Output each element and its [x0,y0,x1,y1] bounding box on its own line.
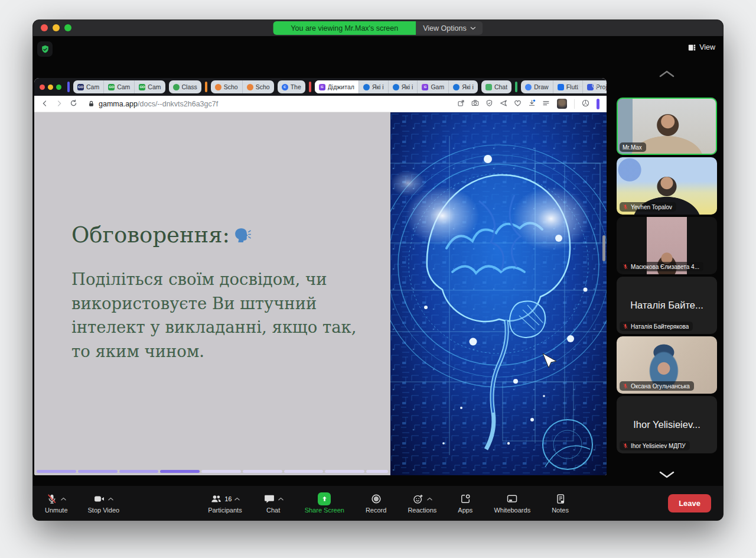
reload-button[interactable] [70,99,77,109]
browser-tab[interactable]: Chat [481,80,511,93]
browser-toolbar: gamma.app/docs/--dnkvts2h6a3gc7f [34,96,607,112]
tab-label: Cam [117,83,130,90]
leave-button[interactable]: Leave [668,494,711,512]
caret-up-icon[interactable] [234,497,240,501]
browser-profile-avatar[interactable] [557,99,567,109]
privacy-shield-icon[interactable] [485,99,493,109]
camera-ext-icon[interactable] [471,99,479,109]
extensions-icon[interactable] [582,99,589,109]
browser-tab[interactable]: GДіджитал [315,80,359,93]
participant-tile[interactable]: Масюкова Єлизавета 4... [617,217,717,274]
toolbar-unmute-button[interactable]: Unmute [45,492,68,514]
participant-tile[interactable]: Ihor Yelisieiev...Ihor Yelisieiev МДПУ [617,396,717,453]
download-icon[interactable] [528,99,536,109]
scroll-participants-up-button[interactable] [659,69,675,80]
tab-cluster: GДіджиталЯкі іЯкі іGGamЯкі і [315,80,478,93]
view-options-dropdown[interactable]: View Options [416,21,483,35]
close-window-button[interactable] [41,24,48,31]
toolbar-stop-video-button[interactable]: Stop Video [88,492,120,514]
toolbar-record-button[interactable]: Record [366,492,386,514]
send-icon[interactable] [500,99,507,109]
browser-tab[interactable]: Які і [388,80,418,93]
toolbar-whiteboards-button[interactable]: Whiteboards [494,492,530,514]
new-tab-button[interactable] [576,82,583,92]
screen-share-banner: You are viewing Mr.Max's screen View Opt… [273,21,483,35]
browser-tab[interactable]: Які і [359,80,388,93]
zoom-titlebar: You are viewing Mr.Max's screen View Opt… [33,20,723,36]
tab-label: Scho [256,83,270,90]
browser-tab[interactable]: Які і [448,80,478,93]
participant-name-tag: Оксана Огульчанська [620,381,694,391]
url-path: /docs/--dnkvts2h6a3gc7f [138,100,218,108]
toolbar-label: Record [366,507,386,514]
caret-up-icon[interactable] [61,497,66,501]
browser-tab[interactable]: Scho [211,80,242,93]
toolbar-share-screen-button[interactable]: Share Screen [305,492,344,514]
participant-tile[interactable]: Наталія Байте...Наталія Байтерякова [617,277,717,334]
participant-name-tag: Наталія Байтерякова [620,322,693,331]
toolbar-participants-button[interactable]: 16Participants [208,492,242,514]
menu-icon[interactable] [542,99,550,109]
flutter-favicon [558,84,564,90]
toolbar-label: Apps [458,507,472,514]
participant-name: Yevhen Topalov [631,204,672,210]
browser-close-button[interactable] [40,85,45,90]
tab-label: Cam [86,83,99,90]
video-icon [93,492,113,505]
url-text: gamma.app/docs/--dnkvts2h6a3gc7f [99,100,218,108]
gamma-slide: Обговорення: Поділіться своїм досвідом, … [34,112,607,475]
scroll-participants-down-button[interactable] [659,470,675,481]
toolbar-label: Notes [552,507,569,514]
participant-tile[interactable]: Оксана Огульчанська [617,336,717,394]
share-ext-icon[interactable] [457,99,465,109]
muted-mic-icon [623,264,628,270]
back-button[interactable] [41,99,48,109]
toolbar-notes-button[interactable]: Notes [552,492,569,514]
browser-tab[interactable]: GOCam [134,80,165,93]
toolbar-chat-button[interactable]: Chat [263,492,284,514]
address-bar[interactable]: gamma.app/docs/--dnkvts2h6a3gc7f [88,99,450,109]
participant-tile[interactable]: Mr.Max [617,98,717,155]
profile-accent-pill [597,99,599,109]
meeting-security-shield-icon[interactable] [37,41,53,57]
forward-button[interactable] [56,99,63,109]
browser-tab[interactable]: Scho [242,80,274,93]
zoom-meeting-window: You are viewing Mr.Max's screen View Opt… [32,20,724,521]
speaking-head-icon [233,227,251,243]
caret-up-icon[interactable] [427,497,432,501]
browser-minimize-button[interactable] [48,85,53,90]
tab-search-icon[interactable] [591,82,599,92]
muted-mic-icon [623,204,628,210]
minimize-window-button[interactable] [53,24,60,31]
page-scrollbar-thumb[interactable] [602,235,605,261]
slide-progress-segment [366,470,388,473]
toolbar-apps-button[interactable]: Apps [458,492,472,514]
browser-tab[interactable]: Class [169,80,201,93]
browser-tab[interactable]: GOCam [73,80,103,93]
heart-icon[interactable] [514,99,522,109]
browser-tab[interactable]: GOCam [103,80,134,93]
browser-tab[interactable]: CThe [278,80,305,93]
participant-tile[interactable]: Yevhen Topalov [617,157,717,215]
people-icon: 16 [210,492,240,505]
go-navy-favicon: GO [77,84,84,90]
chatg-favicon [485,84,492,90]
caret-up-icon[interactable] [108,497,113,501]
browser-tab[interactable]: GGam [417,80,448,93]
slide-progress-segment [37,470,76,473]
browser-window-controls [40,85,61,90]
toolbar-reactions-button[interactable]: Reactions [408,492,436,514]
caret-up-icon[interactable] [278,497,284,501]
extension-icons-row [457,99,550,109]
toolbar-label: Unmute [45,507,68,514]
tab-cluster: Chat [481,80,511,93]
slide-progress-segment [78,470,118,473]
participant-name: Оксана Огульчанська [631,383,690,390]
maximize-window-button[interactable] [64,24,71,31]
tab-cluster: SchoScho [211,80,274,93]
participant-tiles: Mr.MaxYevhen TopalovМасюкова Єлизавета 4… [617,98,717,456]
browser-tab[interactable]: Draw [521,80,553,93]
browser-maximize-button[interactable] [56,85,61,90]
toolbar-label: Reactions [408,507,436,514]
tab-label: Class [182,83,197,90]
